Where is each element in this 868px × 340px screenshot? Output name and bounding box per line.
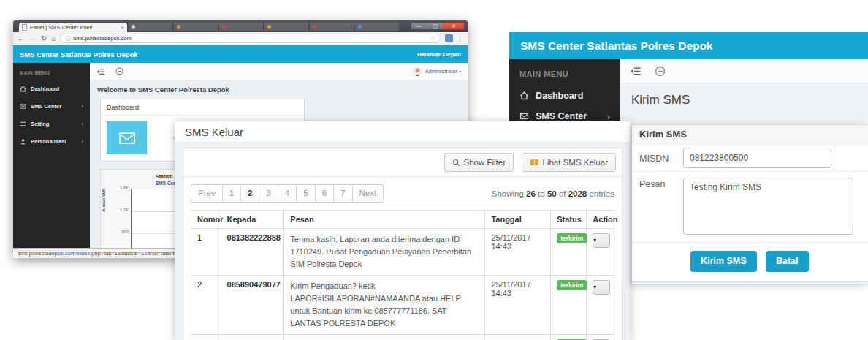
sms-table: Nomor Kepada Pesan Tanggal Status Action…	[191, 210, 614, 340]
page-6[interactable]: 6	[315, 184, 334, 203]
sidebar-item-sms-center[interactable]: SMS Center ›	[13, 97, 90, 115]
forward-icon[interactable]: →	[29, 35, 37, 42]
app-header: SMS Center Satlantas Polres Depok	[509, 32, 868, 59]
show-filter-button[interactable]: Show Filter	[444, 153, 514, 172]
pesan-field[interactable]: Testing Kirim SMS	[683, 178, 853, 235]
y-tick: 1.2K	[107, 208, 129, 212]
page-title: Kirim SMS	[620, 83, 868, 117]
message-circle-icon[interactable]	[115, 67, 123, 75]
sidebar-item-personalisasi[interactable]: Personalisasi ›	[13, 132, 90, 150]
sms-keluar-fragment: SMS Keluar Show Filter Lihat SMS Keluar	[175, 121, 630, 340]
app-title: SMS Center Satlantas Polres Depok	[520, 39, 713, 53]
panel-title: Kirim SMS	[632, 125, 868, 145]
page-2-current[interactable]: 2	[240, 184, 259, 203]
home-icon[interactable]: ⌂	[51, 35, 56, 42]
extension-icon[interactable]	[445, 34, 453, 42]
misdn-field[interactable]	[683, 148, 831, 168]
col-pesan: Pesan	[284, 211, 485, 229]
sidebar-toggle-icon[interactable]	[630, 67, 642, 76]
page-7[interactable]: 7	[333, 184, 352, 203]
reload-icon[interactable]: ↻	[41, 35, 47, 42]
sidebar-item-setting[interactable]: Setting ›	[13, 115, 90, 132]
y-tick: 900	[107, 230, 129, 234]
y-tick: 1.5K	[107, 186, 129, 190]
page-5[interactable]: 5	[296, 184, 315, 203]
app-header: SMS Center Satlantas Polres Depok Halama…	[13, 45, 468, 63]
close-button[interactable]: ✕	[443, 22, 465, 30]
content-topbar	[620, 59, 868, 83]
sidebar-item-dashboard[interactable]: Dashboard	[509, 86, 620, 106]
tab-close-icon[interactable]: ×	[121, 24, 124, 31]
background-tabs	[127, 20, 399, 32]
background-tab[interactable]	[219, 23, 263, 31]
minimize-button[interactable]: —	[411, 22, 427, 30]
table-header-row: Nomor Kepada Pesan Tanggal Status Action	[191, 211, 614, 229]
page-1[interactable]: 1	[222, 184, 241, 203]
bookmark-star-icon[interactable]: ☆	[430, 35, 435, 42]
kirim-sms-panel: Kirim SMS MISDN Pesan Testing Kirim SMS …	[632, 124, 868, 282]
table-toolbar: Show Filter Lihat SMS Keluar	[183, 148, 622, 177]
browser-tab-strip: Panel | SMS Center Polre × — ▢ ✕	[13, 20, 468, 32]
browser-status-bar: sms.polrestadepok.com/index.php?tab=1&ta…	[13, 248, 192, 258]
app-title: SMS Center Satlantas Polres Depok	[20, 50, 138, 58]
row-action-dropdown[interactable]: ▾	[593, 233, 610, 248]
address-bar[interactable]: ⓘ sms.polrestadepok.com ☆	[60, 34, 441, 43]
pesan-label: Pesan	[632, 178, 683, 189]
chevron-right-icon: ›	[607, 111, 610, 122]
page-3[interactable]: 3	[259, 184, 278, 203]
sliders-icon	[20, 121, 26, 127]
browser-menu-icon[interactable]: ⋮	[457, 35, 463, 42]
welcome-heading: Welcome to SMS Center Polresta Depok	[90, 80, 468, 99]
sidebar-toggle-icon[interactable]	[96, 68, 105, 75]
sidebar-section-label: MAIN MENU	[509, 65, 620, 86]
envelope-icon	[119, 132, 135, 144]
pagination: Prev 1 2 3 4 5 6 7 Next	[191, 184, 384, 203]
col-kepada: Kepada	[221, 211, 284, 229]
page-prev[interactable]: Prev	[191, 184, 223, 203]
col-status: Status	[551, 211, 587, 229]
user-name: Administrator	[425, 68, 457, 75]
table-row: 2 085890479077 Kirim Pengaduan? ketik LA…	[191, 276, 614, 335]
search-icon	[452, 159, 460, 167]
kirim-sms-fragment: Kirim SMS MISDN Pesan Testing Kirim SMS …	[632, 124, 868, 284]
content-topbar: Administrator ▾	[90, 63, 468, 80]
lihat-sms-keluar-button[interactable]: Lihat SMS Keluar	[522, 153, 617, 172]
col-action: Action	[587, 211, 614, 229]
tab-title: Panel | SMS Center Polre	[30, 24, 118, 31]
page-4[interactable]: 4	[278, 184, 297, 203]
row-action-dropdown[interactable]: ▾	[593, 280, 610, 295]
background-tab[interactable]	[174, 23, 218, 31]
background-tab[interactable]	[129, 23, 172, 31]
kirim-sms-button[interactable]: Kirim SMS	[690, 251, 757, 272]
site-info-icon[interactable]: ⓘ	[65, 35, 70, 42]
avatar	[413, 67, 422, 76]
maximize-button[interactable]: ▢	[427, 22, 443, 30]
browser-toolbar: ← → ↻ ⌂ ⓘ sms.polrestadepok.com ☆ ⋮	[13, 32, 468, 45]
sidebar-section-label: MAIN MENU	[13, 67, 90, 80]
user-dropdown[interactable]: Administrator ▾	[413, 67, 461, 76]
dashboard-panel-title: Dashboard	[101, 99, 304, 116]
sidebar: MAIN MENU Dashboard SMS Center › Setting…	[13, 63, 90, 258]
browser-tab-active[interactable]: Panel | SMS Center Polre ×	[19, 23, 127, 32]
chart-title: Statisti	[156, 174, 172, 179]
sms-keluar-panel: Show Filter Lihat SMS Keluar Prev 1 2 3	[183, 148, 623, 340]
status-badge: terkirim	[557, 233, 587, 243]
message-circle-icon[interactable]	[655, 66, 666, 77]
envelope-icon	[20, 103, 26, 110]
table-row: 3 081382222888 Yth. Satlantas, Ada lapor…	[191, 335, 614, 340]
home-icon	[519, 91, 529, 100]
batal-button[interactable]: Batal	[766, 251, 809, 272]
page-title: SMS Keluar	[175, 121, 630, 142]
envelope-icon	[519, 112, 529, 121]
background-tab[interactable]	[310, 23, 354, 31]
halaman-depan-link[interactable]: Halaman Depan	[417, 51, 461, 58]
background-tab[interactable]	[355, 23, 399, 31]
background-tab[interactable]	[264, 23, 308, 31]
page-next[interactable]: Next	[352, 184, 384, 203]
status-badge: terkirim	[557, 280, 587, 290]
showing-entries-text: Showing 26 to 50 of 2028 entries	[492, 189, 614, 198]
back-icon[interactable]: ←	[18, 35, 25, 42]
sidebar-item-dashboard[interactable]: Dashboard	[13, 80, 90, 97]
chevron-down-icon: ▾	[459, 69, 461, 74]
home-icon	[20, 86, 26, 92]
